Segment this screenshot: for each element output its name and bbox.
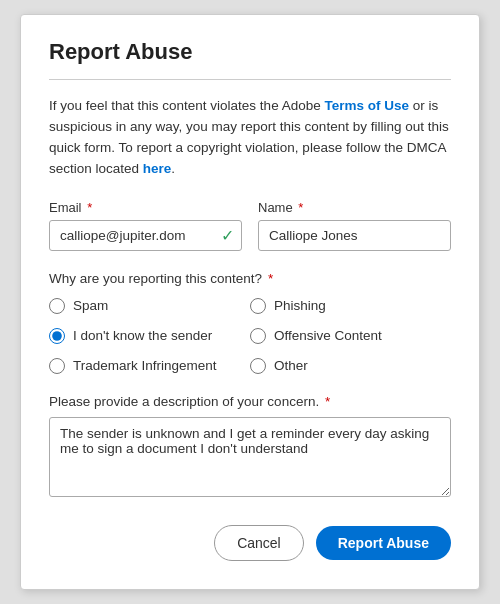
radio-dont-know-label: I don't know the sender <box>73 328 212 343</box>
email-field-group: Email * ✓ <box>49 200 242 251</box>
radio-phishing[interactable] <box>250 298 266 314</box>
radio-offensive-label: Offensive Content <box>274 328 382 343</box>
name-required-star: * <box>295 200 304 215</box>
radio-offensive[interactable] <box>250 328 266 344</box>
email-check-icon: ✓ <box>221 226 234 245</box>
email-name-fields-row: Email * ✓ Name * <box>49 200 451 251</box>
radio-option-dont-know[interactable]: I don't know the sender <box>49 328 250 344</box>
radio-spam-label: Spam <box>73 298 108 313</box>
name-field-group: Name * <box>258 200 451 251</box>
name-label: Name * <box>258 200 451 215</box>
radio-options-grid: Spam Phishing I don't know the sender Of… <box>49 298 451 374</box>
report-abuse-button[interactable]: Report Abuse <box>316 526 451 560</box>
email-required-star: * <box>84 200 93 215</box>
radio-option-trademark[interactable]: Trademark Infringement <box>49 358 250 374</box>
email-label: Email * <box>49 200 242 215</box>
cancel-button[interactable]: Cancel <box>214 525 304 561</box>
terms-of-use-link[interactable]: Terms of Use <box>324 98 409 113</box>
radio-option-spam[interactable]: Spam <box>49 298 250 314</box>
title-divider <box>49 79 451 80</box>
radio-dont-know[interactable] <box>49 328 65 344</box>
radio-required-star: * <box>264 271 273 286</box>
email-input[interactable] <box>49 220 242 251</box>
radio-spam[interactable] <box>49 298 65 314</box>
radio-other-label: Other <box>274 358 308 373</box>
intro-paragraph: If you feel that this content violates t… <box>49 96 451 180</box>
name-input[interactable] <box>258 220 451 251</box>
email-input-wrapper: ✓ <box>49 220 242 251</box>
buttons-row: Cancel Report Abuse <box>49 525 451 561</box>
description-required-star: * <box>321 394 330 409</box>
radio-trademark[interactable] <box>49 358 65 374</box>
description-label: Please provide a description of your con… <box>49 394 451 409</box>
radio-option-other[interactable]: Other <box>250 358 451 374</box>
radio-phishing-label: Phishing <box>274 298 326 313</box>
radio-option-phishing[interactable]: Phishing <box>250 298 451 314</box>
description-textarea[interactable]: The sender is unknown and I get a remind… <box>49 417 451 497</box>
report-abuse-modal: Report Abuse If you feel that this conte… <box>20 14 480 590</box>
modal-title: Report Abuse <box>49 39 451 65</box>
intro-text-after-link2: . <box>171 161 175 176</box>
name-input-wrapper <box>258 220 451 251</box>
radio-question-label: Why are you reporting this content? * <box>49 271 451 286</box>
dmca-here-link[interactable]: here <box>143 161 172 176</box>
intro-text-before-link1: If you feel that this content violates t… <box>49 98 324 113</box>
radio-option-offensive[interactable]: Offensive Content <box>250 328 451 344</box>
radio-other[interactable] <box>250 358 266 374</box>
radio-trademark-label: Trademark Infringement <box>73 358 217 373</box>
